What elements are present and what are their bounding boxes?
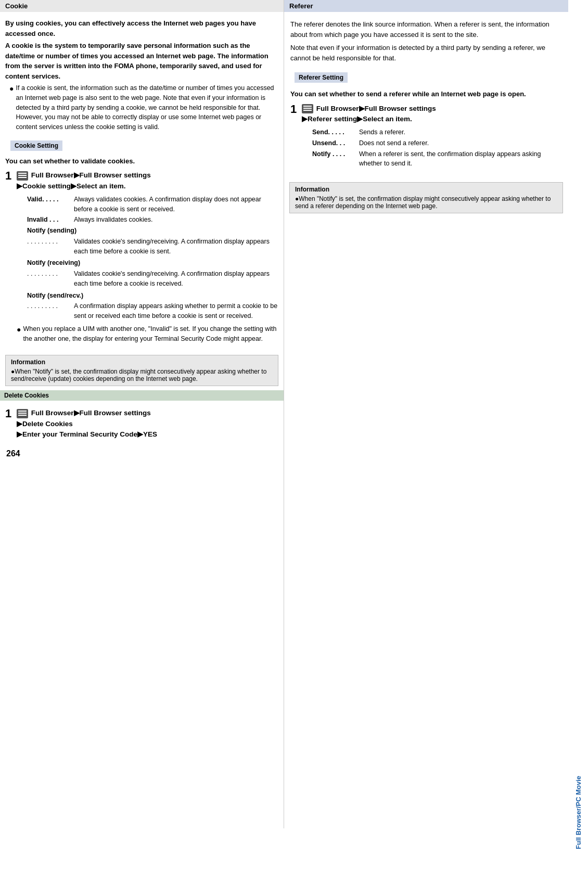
cookie-setting-step-title: Full Browser▶Full Browser settings ▶Cook… <box>17 170 278 191</box>
cookie-intro2: A cookie is the system to temporarily sa… <box>5 41 278 81</box>
referer-setting-desc: You can set whether to send a referer wh… <box>290 89 562 99</box>
cookie-header-text: Cookie <box>5 2 28 10</box>
cookie-def-valid-desc: Always validates cookies. A confirmation… <box>74 195 278 214</box>
cookie-setting-title: Cookie Setting <box>10 140 62 151</box>
cookie-setting-desc: You can set whether to validate cookies. <box>5 156 278 167</box>
referer-step-part2: Full Browser settings <box>365 105 436 112</box>
side-tab-text: Full Browser/PC Movie <box>574 776 582 849</box>
referer-def-notify-desc: When a referer is sent, the confirmation… <box>359 149 562 169</box>
bullet-dot-uim: ● <box>17 324 21 344</box>
page-number: 264 <box>0 445 284 463</box>
referer-info-title: Information <box>295 186 557 193</box>
cookie-def-valid-term: Valid. . . . . <box>27 195 74 214</box>
referer-step-part1: Full Browser <box>316 105 359 112</box>
referer-step-title: Full Browser▶Full Browser settings ▶Refe… <box>302 104 562 125</box>
notify-sendrecv-term: Notify (send/recv.) <box>27 292 83 299</box>
cookie-setting-section: Cookie Setting You can set whether to va… <box>0 137 284 351</box>
cookie-info-box: Information ●When "Notify" is set, the c… <box>5 355 278 386</box>
referer-def-unsend: Unsend. . . Does not send a referer. <box>312 138 562 148</box>
referer-def-unsend-desc: Does not send a referer. <box>359 138 562 148</box>
delete-step-arrow1: ▶ <box>74 409 80 417</box>
referer-def-notify-term: Notify . . . . <box>312 149 359 169</box>
cookie-step-part4: Select an item. <box>76 182 126 190</box>
delete-cookies-step-title: Full Browser▶Full Browser settings ▶Dele… <box>17 408 278 440</box>
cookie-info-title: Information <box>11 359 273 366</box>
delete-cookies-step-num: 1 <box>5 408 14 419</box>
bottom-bar <box>0 828 568 870</box>
referer-def-notify: Notify . . . . When a referer is sent, t… <box>312 149 562 169</box>
page-container: Cookie By using cookies, you can effecti… <box>0 0 588 870</box>
referer-step-arrow3: ▶ <box>357 115 363 123</box>
cookie-def-notify-receiving-desc: . . . . . . . . . Validates cookie's sen… <box>27 269 278 289</box>
cookie-step-arrow2: ▶ <box>17 182 22 190</box>
cookie-def-invalid-term: Invalid . . . <box>27 215 74 225</box>
menu-icon-referer <box>302 104 313 113</box>
cookie-def-notify-sending: Notify (sending) <box>27 226 278 236</box>
cookie-intro1: By using cookies, you can effectively ac… <box>5 18 278 39</box>
delete-step-arrow2: ▶ <box>17 420 22 428</box>
delete-cookies-title: Delete Cookies <box>0 390 284 401</box>
referer-step-num: 1 <box>290 104 299 115</box>
cookie-bullet-uim-text: When you replace a UIM with another one,… <box>23 324 278 344</box>
left-column: Cookie By using cookies, you can effecti… <box>0 0 284 828</box>
cookie-setting-body: You can set whether to validate cookies.… <box>0 153 284 351</box>
delete-step-arrow4: ▶ <box>137 430 143 438</box>
menu-icon-cookie <box>17 171 28 181</box>
cookie-info-text: ●When "Notify" is set, the confirmation … <box>11 368 273 382</box>
referer-header-text: Referer <box>289 2 313 10</box>
cookie-setting-step-content: Full Browser▶Full Browser settings ▶Cook… <box>17 170 278 346</box>
cookie-step-part1: Full Browser <box>31 171 74 179</box>
notify-receiving-desc: Validates cookie's sending/receiving. A … <box>74 269 278 289</box>
cookie-bullet1-text: If a cookie is sent, the information suc… <box>16 83 278 132</box>
cookie-def-invalid: Invalid . . . Always invalidates cookies… <box>27 215 278 225</box>
bullet-dot-1: ● <box>9 83 14 132</box>
notify-sending-term: Notify (sending) <box>27 227 76 234</box>
referer-def-unsend-term: Unsend. . . <box>312 138 359 148</box>
referer-step: 1 Full Browser▶Full Browser settings ▶Re… <box>290 104 562 172</box>
cookie-intro1-text: By using cookies, you can effectively ac… <box>5 19 256 37</box>
cookie-setting-step: 1 Full Browser▶Full Browser settings ▶Co… <box>5 170 278 346</box>
referer-def-send-desc: Sends a referer. <box>359 127 562 137</box>
cookie-def-notify-sendrecv-desc: . . . . . . . . . A confirmation display… <box>27 301 278 321</box>
notify-sending-dots: . . . . . . . . . <box>27 237 74 257</box>
cookie-bullet-uim: ● When you replace a UIM with another on… <box>17 324 278 344</box>
referer-definitions: Send. . . . . Sends a referer. Unsend. .… <box>312 127 562 169</box>
notify-receiving-term: Notify (receiving) <box>27 259 80 266</box>
delete-step-arrow3: ▶ <box>17 430 22 438</box>
cookie-def-notify-receiving: Notify (receiving) <box>27 258 278 268</box>
referer-step-part4: Select an item. <box>363 115 412 123</box>
cookie-step-part2: Full Browser settings <box>80 171 151 179</box>
main-content: Cookie By using cookies, you can effecti… <box>0 0 568 870</box>
referer-info-box: Information ●When "Notify" is set, the c… <box>289 182 563 213</box>
delete-step-part4: Enter your Terminal Security Code <box>22 430 137 438</box>
cookie-setting-step-num: 1 <box>5 170 14 182</box>
referer-intro-span: The referer denotes the link source info… <box>290 20 549 39</box>
referer-info-text: ●When "Notify" is set, the confirmation … <box>295 195 557 210</box>
referer-setting-body: You can set whether to send a referer wh… <box>284 85 568 178</box>
notify-sending-desc: Validates cookie's sending/receiving. A … <box>74 237 278 257</box>
cookie-definitions: Valid. . . . . Always validates cookies.… <box>27 195 278 321</box>
cookie-intro2-text: A cookie is the system to temporarily sa… <box>5 42 269 80</box>
cookie-def-valid: Valid. . . . . Always validates cookies.… <box>27 195 278 214</box>
referer-def-send-term: Send. . . . . <box>312 127 359 137</box>
referer-step-arrow1: ▶ <box>359 105 365 112</box>
delete-step-part1: Full Browser <box>31 409 74 417</box>
referer-setting-title-wrap: Referer Setting <box>284 69 568 85</box>
two-col-layout: Cookie By using cookies, you can effecti… <box>0 0 568 828</box>
cookie-step-arrow3: ▶ <box>71 182 76 190</box>
delete-cookies-body: 1 Full Browser▶Full Browser settings ▶De… <box>0 401 284 445</box>
cookie-def-notify-sending-desc: . . . . . . . . . Validates cookie's sen… <box>27 237 278 257</box>
referer-setting-section: Referer Setting You can set whether to s… <box>284 69 568 178</box>
right-column: Referer The referer denotes the link sou… <box>284 0 568 828</box>
cookie-intro: By using cookies, you can effectively ac… <box>0 15 284 137</box>
referer-note: Note that even if your information is de… <box>290 43 562 63</box>
delete-cookies-title-wrap: Delete Cookies <box>0 390 284 401</box>
notify-sendrecv-desc: A confirmation display appears asking wh… <box>74 301 278 321</box>
delete-cookies-section: Delete Cookies 1 Full Browser▶Full Brows… <box>0 390 284 445</box>
referer-header: Referer <box>284 0 568 12</box>
referer-def-send: Send. . . . . Sends a referer. <box>312 127 562 137</box>
notify-sendrecv-dots: . . . . . . . . . <box>27 301 74 321</box>
referer-note-span: Note that even if your information is de… <box>290 44 545 62</box>
referer-setting-title: Referer Setting <box>295 72 348 83</box>
cookie-header: Cookie <box>0 0 284 12</box>
